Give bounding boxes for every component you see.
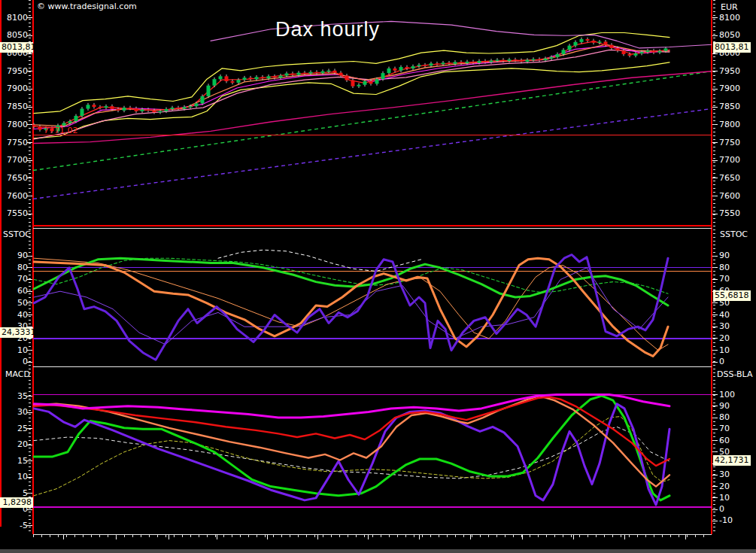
tick-label: 7850 — [0, 102, 28, 111]
macd-value-badge-left: 1,8298 — [0, 497, 33, 508]
left-axis-labels: 8100805080007950790078507800775077007650… — [0, 0, 28, 553]
right-axis-minor-ticks — [713, 0, 715, 534]
tick-label: -10 — [719, 516, 756, 525]
tick-label: 30 — [719, 322, 756, 331]
tick-label: 90 — [0, 251, 28, 260]
tick-label: 10 — [0, 346, 28, 355]
tick-label: 35 — [0, 392, 28, 401]
tick-label: 20 — [719, 482, 756, 491]
tick-label: 70 — [719, 424, 756, 433]
right-axis-labels: 8100805080007950790078507800775077007650… — [719, 0, 756, 553]
tick-label: 7600 — [0, 192, 28, 201]
price-current-value-badge-left: 8013,81 — [0, 42, 33, 53]
price-plot-area[interactable] — [33, 6, 712, 226]
bottom-axis-labels: 27.28.Okt2.3.4.5.8.9.10.11.12.16:00 — [0, 535, 756, 550]
bottom-axis-minor-ticks — [33, 535, 712, 537]
tick-label: 20 — [719, 334, 756, 343]
tick-label: 60 — [719, 436, 756, 445]
tick-label: 70 — [719, 275, 756, 284]
tick-label: 50 — [0, 299, 28, 308]
left-axis-minor-ticks — [29, 0, 31, 534]
tick-label: 10 — [719, 494, 756, 503]
tick-label: 7950 — [0, 67, 28, 76]
bottom-scroll-strip — [0, 549, 756, 553]
tick-label: 8050 — [719, 31, 756, 40]
tick-label: 7550 — [0, 209, 28, 218]
tick-label: 8050 — [0, 31, 28, 40]
tick-label: 7900 — [719, 84, 756, 93]
tradesignal-chart-window: © www.tradesignal.com Dax hourly EUR SST… — [0, 0, 756, 553]
tick-label: 40 — [719, 311, 756, 320]
tick-label: 30 — [719, 470, 756, 479]
stochastic-value-badge-right: 55,6818 — [713, 290, 751, 301]
tick-label: 7800 — [0, 120, 28, 129]
tick-label: 8100 — [0, 14, 28, 23]
macd-plot-area[interactable] — [33, 369, 712, 534]
dss-value-badge-right: 42,1731 — [713, 455, 751, 466]
tick-label: 7550 — [719, 209, 756, 218]
tick-label: 7750 — [0, 138, 28, 147]
stochastic-plot-area[interactable] — [33, 229, 712, 366]
tick-label: 80 — [719, 263, 756, 272]
tick-label: 90 — [719, 251, 756, 260]
tick-label: 5 — [0, 489, 28, 498]
tick-label: 7750 — [719, 138, 756, 147]
tick-label: 7700 — [0, 156, 28, 165]
tick-label: 30 — [0, 408, 28, 417]
tick-label: 7600 — [719, 192, 756, 201]
tick-label: 100 — [719, 390, 756, 400]
tick-label: 70 — [0, 275, 28, 284]
price-current-value-badge-right: 8013,81 — [713, 42, 751, 53]
tick-label: 40 — [0, 311, 28, 320]
tick-label: 0 — [0, 357, 28, 366]
tick-label: 7800 — [719, 120, 756, 129]
tick-label: 7700 — [719, 156, 756, 165]
tick-label: 15 — [0, 457, 28, 466]
stochastic-value-badge-left: 24,3331 — [0, 327, 33, 338]
tick-label: 7850 — [719, 102, 756, 111]
tick-label: 0 — [719, 357, 756, 366]
tick-label: 7950 — [719, 67, 756, 76]
tick-label: 7900 — [0, 84, 28, 93]
tick-label: 0 — [719, 505, 756, 514]
tick-label: 80 — [719, 413, 756, 422]
tick-label: 7650 — [0, 174, 28, 183]
tick-label: 20 — [0, 440, 28, 449]
tick-label: 80 — [0, 263, 28, 272]
tick-label: 60 — [0, 287, 28, 296]
tick-label: 90 — [719, 402, 756, 411]
tick-label: 25 — [0, 424, 28, 433]
tick-label: 10 — [0, 472, 28, 482]
tick-label: 8100 — [719, 14, 756, 23]
tick-label: 10 — [719, 346, 756, 355]
tick-label: -5 — [0, 521, 28, 530]
tick-label: 7650 — [719, 174, 756, 183]
